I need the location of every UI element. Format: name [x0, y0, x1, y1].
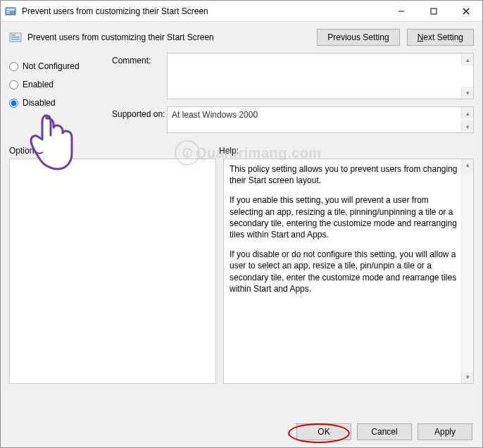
svg-rect-1 [6, 8, 15, 11]
radio-disabled-label: Disabled [23, 98, 56, 108]
header-row: Prevent users from customizing their Sta… [1, 22, 482, 53]
close-icon [463, 8, 470, 15]
radio-enabled-label: Enabled [23, 80, 54, 89]
scroll-down-icon[interactable]: ▾ [461, 371, 473, 383]
next-setting-mnemonic: N [418, 32, 424, 42]
options-pane [9, 158, 216, 384]
gpedit-policy-window: Prevent users from customizing their Sta… [0, 0, 483, 448]
config-area: Not Configured Enabled Disabled Comment:… [1, 53, 482, 144]
svg-rect-3 [6, 13, 10, 13]
help-label: Help: [219, 146, 239, 156]
comment-label: Comment: [112, 53, 167, 99]
minimize-icon [398, 8, 405, 15]
comment-box: ▴ ▾ [167, 53, 474, 99]
supported-row: Supported on: At least Windows 2000 ▴ ▾ [112, 106, 474, 133]
svg-rect-9 [11, 35, 15, 35]
fields: Comment: ▴ ▾ Supported on: At least Wind… [112, 53, 474, 140]
radio-enabled[interactable] [9, 80, 18, 89]
next-setting-button[interactable]: Next Setting [407, 29, 474, 46]
maximize-icon [430, 8, 437, 15]
comment-row: Comment: ▴ ▾ [112, 53, 474, 99]
scroll-up-icon[interactable]: ▴ [461, 159, 473, 171]
scroll-down-icon[interactable]: ▾ [461, 87, 473, 99]
previous-setting-button[interactable]: Previous Setting [317, 29, 399, 46]
panes: This policy setting allows you to preven… [1, 158, 482, 416]
radio-not-configured-label: Not Configured [23, 61, 80, 71]
radio-disabled[interactable] [9, 99, 18, 108]
help-scrollbar[interactable]: ▴ ▾ [461, 159, 473, 383]
window-controls [385, 1, 482, 22]
help-pane: This policy setting allows you to preven… [223, 158, 474, 384]
svg-rect-2 [6, 11, 10, 12]
minimize-button[interactable] [385, 1, 418, 22]
window-title: Prevent users from customizing their Sta… [22, 6, 385, 16]
scroll-up-icon[interactable]: ▴ [461, 107, 473, 119]
policy-icon [9, 31, 22, 44]
footer: OK Cancel Apply [1, 416, 482, 447]
radio-disabled-row[interactable]: Disabled [9, 94, 105, 112]
header-left: Prevent users from customizing their Sta… [9, 31, 214, 44]
supported-value: At least Windows 2000 [168, 107, 460, 132]
nav-buttons: Previous Setting Next Setting [317, 29, 474, 46]
supported-label: Supported on: [112, 106, 167, 133]
svg-rect-10 [11, 37, 20, 37]
scroll-up-icon[interactable]: ▴ [461, 54, 473, 66]
next-setting-rest: ext Setting [423, 32, 463, 42]
radio-enabled-row[interactable]: Enabled [9, 75, 105, 94]
maximize-button[interactable] [418, 1, 450, 22]
scroll-down-icon[interactable]: ▾ [461, 120, 473, 132]
help-paragraph: If you enable this setting, you will pre… [230, 194, 458, 240]
svg-rect-11 [11, 39, 20, 39]
supported-box: At least Windows 2000 ▴ ▾ [167, 106, 474, 133]
policy-title: Prevent users from customizing their Sta… [27, 32, 214, 42]
ok-button[interactable]: OK [296, 423, 351, 440]
cancel-button[interactable]: Cancel [357, 423, 412, 440]
help-paragraph: This policy setting allows you to preven… [230, 163, 458, 186]
radio-not-configured[interactable] [9, 62, 18, 71]
state-radios: Not Configured Enabled Disabled [9, 53, 105, 140]
close-button[interactable] [450, 1, 482, 22]
radio-not-configured-row[interactable]: Not Configured [9, 57, 105, 75]
options-label: Options: [9, 146, 219, 156]
pane-labels: Options: Help: [1, 144, 482, 158]
help-paragraph: If you disable or do not configure this … [230, 249, 458, 294]
comment-input[interactable] [168, 54, 460, 99]
app-icon [5, 6, 16, 17]
apply-button[interactable]: Apply [418, 423, 472, 440]
titlebar: Prevent users from customizing their Sta… [1, 1, 482, 22]
svg-rect-5 [431, 8, 437, 14]
